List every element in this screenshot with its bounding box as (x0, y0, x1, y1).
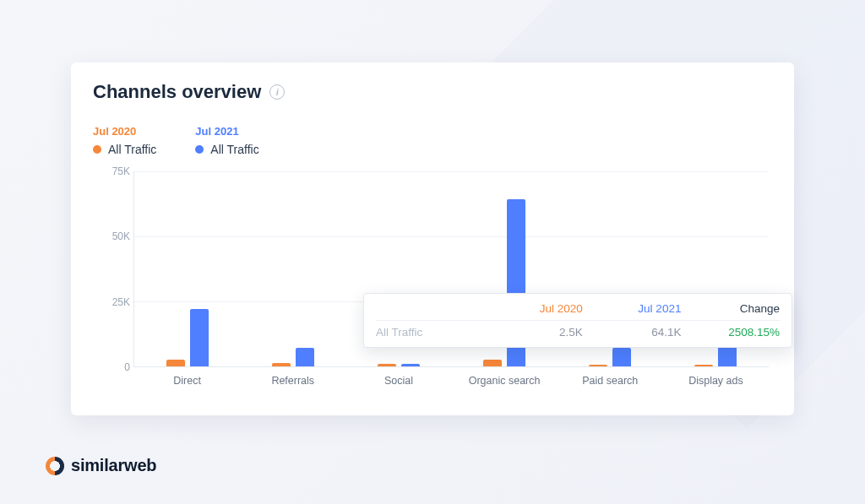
legend-series-a: Jul 2020 All Traffic (93, 125, 156, 156)
y-tick-1: 25K (93, 296, 130, 308)
bar-group[interactable]: Referrals (240, 171, 345, 366)
bar-series-a[interactable] (694, 365, 713, 366)
legend-item-a[interactable]: All Traffic (93, 143, 156, 156)
legend: Jul 2020 All Traffic Jul 2021 All Traffi… (93, 125, 772, 156)
bar-series-a[interactable] (166, 360, 185, 366)
legend-dot-b (195, 145, 204, 154)
tooltip-row: All Traffic 2.5K 64.1K 2508.15% (376, 326, 780, 339)
bar-pair (272, 348, 314, 366)
title-row: Channels overview i (93, 81, 772, 103)
tooltip-col-a: Jul 2020 (484, 302, 583, 315)
legend-dot-a (93, 145, 101, 154)
bar-series-a[interactable] (483, 360, 502, 366)
bar-pair (589, 348, 631, 366)
x-axis-label: Social (345, 375, 451, 387)
legend-item-b[interactable]: All Traffic (195, 143, 258, 156)
tooltip-val-a: 2.5K (484, 326, 583, 339)
bar-series-a[interactable] (589, 365, 607, 366)
info-icon[interactable]: i (269, 84, 285, 100)
bar-series-b[interactable] (401, 364, 420, 366)
panel-title: Channels overview (93, 81, 261, 103)
x-axis-label: Display ads (663, 375, 769, 387)
x-axis-label: Referrals (240, 375, 345, 387)
brand-icon (46, 457, 64, 475)
tooltip-val-change: 2508.15% (681, 326, 780, 339)
chart-tooltip: Jul 2020 Jul 2021 Change All Traffic 2.5… (363, 293, 792, 348)
legend-label-a: All Traffic (108, 143, 156, 156)
bar-series-b[interactable] (296, 348, 314, 366)
tooltip-val-b: 64.1K (583, 326, 682, 339)
y-tick-3: 75K (93, 165, 130, 177)
x-axis-label: Direct (134, 375, 240, 387)
bar-group[interactable]: Direct (134, 171, 240, 366)
bar-series-a[interactable] (378, 364, 396, 366)
bar-series-b[interactable] (190, 309, 209, 366)
tooltip-col-change: Change (681, 302, 780, 315)
tooltip-col-b: Jul 2021 (583, 302, 682, 315)
y-tick-0: 0 (93, 361, 130, 373)
brand-text: similarweb (71, 456, 156, 475)
y-tick-2: 50K (93, 230, 130, 242)
brand: similarweb (46, 456, 156, 475)
legend-period-a: Jul 2020 (93, 125, 156, 138)
tooltip-header: Jul 2020 Jul 2021 Change (376, 302, 780, 321)
bar-pair (378, 364, 420, 366)
legend-label-b: All Traffic (210, 143, 258, 156)
bar-pair (166, 309, 209, 366)
bar-series-a[interactable] (272, 363, 291, 366)
channels-overview-card: Channels overview i Jul 2020 All Traffic… (71, 62, 794, 415)
chart-area: 0 25K 50K 75K DirectReferralsSocialOrgan… (93, 171, 772, 391)
x-axis-label: Organic search (452, 375, 558, 387)
legend-period-b: Jul 2021 (195, 125, 258, 138)
bar-series-b[interactable] (612, 348, 631, 366)
tooltip-row-label: All Traffic (376, 326, 484, 339)
legend-series-b: Jul 2021 All Traffic (195, 125, 258, 156)
x-axis-label: Paid search (558, 375, 663, 387)
